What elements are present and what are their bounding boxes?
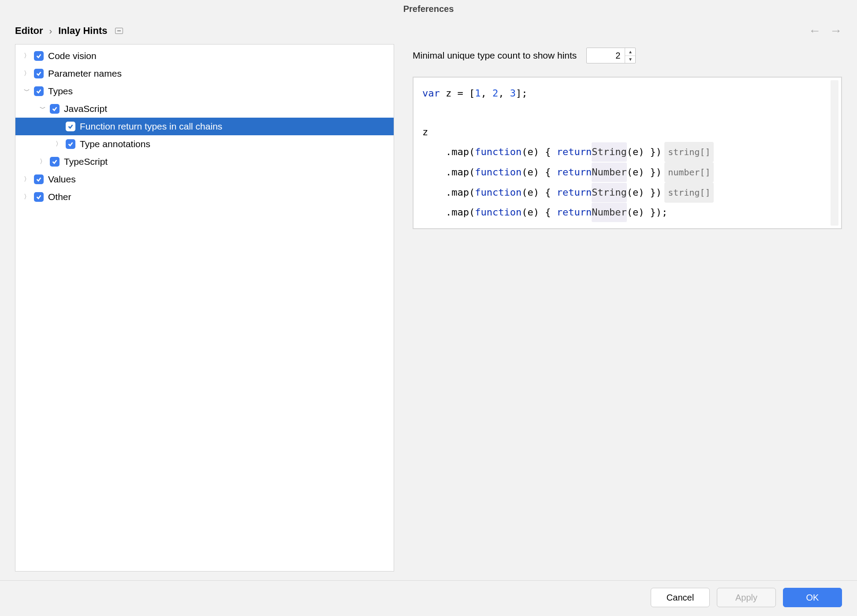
tree-item-values[interactable]: 〉Values xyxy=(15,171,394,188)
checkbox[interactable] xyxy=(50,157,60,167)
settings-tree[interactable]: 〉Code vision〉Parameter names﹀Types﹀JavaS… xyxy=(15,44,394,571)
tree-item-label: Code vision xyxy=(48,51,97,61)
tree-item-label: Parameter names xyxy=(48,68,122,79)
chevron-right-icon[interactable]: 〉 xyxy=(22,192,32,202)
type-hint: string[] xyxy=(664,142,714,162)
min-type-count-input[interactable] xyxy=(587,48,625,63)
dialog-footer: Cancel Apply OK xyxy=(0,580,857,616)
chevron-right-icon[interactable]: 〉 xyxy=(22,68,32,79)
type-hint: number[] xyxy=(664,162,714,182)
back-button[interactable]: ← xyxy=(809,24,821,38)
checkbox[interactable] xyxy=(34,51,44,61)
tree-twisty-empty xyxy=(53,121,64,132)
checkbox[interactable] xyxy=(34,174,44,184)
code-line xyxy=(414,103,841,122)
inlay-icon xyxy=(115,28,123,34)
tree-item-label: Values xyxy=(48,174,76,185)
tree-item-type-annot[interactable]: 〉Type annotations xyxy=(15,135,394,153)
tree-item-typescript[interactable]: 〉TypeScript xyxy=(15,153,394,171)
tree-item-code-vision[interactable]: 〉Code vision xyxy=(15,47,394,65)
tree-item-label: JavaScript xyxy=(64,104,107,114)
checkbox[interactable] xyxy=(66,122,75,131)
apply-button[interactable]: Apply xyxy=(717,588,776,607)
checkbox[interactable] xyxy=(50,104,60,114)
code-line: .map(function(e) { return String(e) })st… xyxy=(414,142,841,162)
checkbox[interactable] xyxy=(34,86,44,96)
tree-item-fn-return[interactable]: Function return types in call chains xyxy=(15,118,394,135)
chevron-down-icon[interactable]: ﹀ xyxy=(22,86,32,96)
code-line: var z = [1, 2, 3]; xyxy=(414,84,841,103)
tree-item-label: Function return types in call chains xyxy=(80,121,222,132)
tree-item-other[interactable]: 〉Other xyxy=(15,188,394,206)
code-line: .map(function(e) { return String(e) })st… xyxy=(414,182,841,203)
chevron-right-icon[interactable]: 〉 xyxy=(22,51,32,61)
min-type-count-spinner[interactable]: ▲ ▼ xyxy=(586,48,636,63)
chevron-down-icon[interactable]: ﹀ xyxy=(37,104,48,114)
header: Editor › Inlay Hints ← → xyxy=(0,18,857,44)
tree-item-label: Type annotations xyxy=(80,139,150,149)
scrollbar[interactable] xyxy=(831,80,838,226)
code-line: z xyxy=(414,122,841,142)
nav-arrows: ← → xyxy=(809,24,842,38)
tree-item-label: Types xyxy=(48,86,73,96)
settings-detail: Minimal unique type count to show hints … xyxy=(413,44,842,571)
tree-item-parameter-names[interactable]: 〉Parameter names xyxy=(15,65,394,82)
chevron-right-icon[interactable]: 〉 xyxy=(22,174,32,185)
spinner-up-icon[interactable]: ▲ xyxy=(625,48,635,56)
code-preview: var z = [1, 2, 3]; z .map(function(e) { … xyxy=(413,77,842,229)
chevron-right-icon: › xyxy=(49,26,52,36)
breadcrumb-root[interactable]: Editor xyxy=(15,25,43,37)
breadcrumb: Editor › Inlay Hints xyxy=(15,25,123,37)
breadcrumb-leaf: Inlay Hints xyxy=(58,25,107,37)
setting-label: Minimal unique type count to show hints xyxy=(413,50,577,61)
type-hint: string[] xyxy=(664,182,714,203)
ok-button[interactable]: OK xyxy=(783,588,842,607)
tree-item-label: TypeScript xyxy=(64,156,108,167)
checkbox[interactable] xyxy=(34,69,44,78)
cancel-button[interactable]: Cancel xyxy=(651,588,710,607)
chevron-right-icon[interactable]: 〉 xyxy=(53,139,64,149)
tree-item-javascript[interactable]: ﹀JavaScript xyxy=(15,100,394,118)
forward-button[interactable]: → xyxy=(830,24,842,38)
checkbox[interactable] xyxy=(34,192,44,202)
code-line: .map(function(e) { return Number(e) }); xyxy=(414,203,841,222)
chevron-right-icon[interactable]: 〉 xyxy=(37,156,48,167)
checkbox[interactable] xyxy=(66,139,75,149)
window-title: Preferences xyxy=(0,0,857,18)
tree-item-label: Other xyxy=(48,192,71,202)
spinner-down-icon[interactable]: ▼ xyxy=(625,56,635,63)
code-line: .map(function(e) { return Number(e) })nu… xyxy=(414,162,841,182)
tree-item-types[interactable]: ﹀Types xyxy=(15,82,394,100)
